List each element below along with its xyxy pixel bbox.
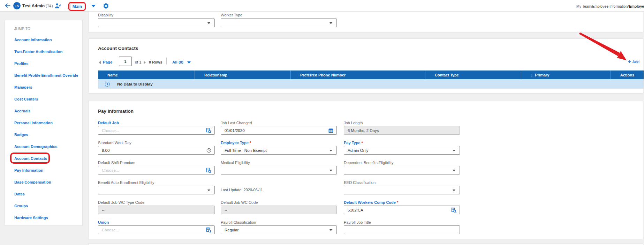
- page-number-input[interactable]: 1: [119, 57, 132, 66]
- sidebar-item-managers[interactable]: Managers: [14, 85, 32, 89]
- empty-table-row: i No Data to Display: [98, 79, 644, 89]
- dependent-benefits-eligibility-label: Dependent Benefits Eligibility: [344, 161, 393, 166]
- breadcrumb-path: My Team/Employee Information/: [576, 4, 629, 8]
- sidebar-item-account-demographics[interactable]: Account Demographics: [14, 144, 57, 149]
- lookup-icon[interactable]: [206, 227, 212, 234]
- page-of-label: of 1: [135, 60, 141, 64]
- employee-type-select[interactable]: Full Time - Non-Exempt: [221, 146, 337, 155]
- payroll-job-title-input[interactable]: [344, 225, 460, 234]
- add-button[interactable]: + Add: [628, 59, 639, 64]
- benefit-auto-enrollment-label: Benefit Auto-Enrollment Eligibility: [98, 180, 154, 186]
- benefit-auto-enrollment-select[interactable]: [98, 186, 215, 194]
- default-workers-comp-code-input[interactable]: 5102:CA: [344, 206, 460, 214]
- edit-profile-icon[interactable]: [55, 2, 61, 10]
- pay-type-select[interactable]: Admin Only: [344, 146, 460, 155]
- column-header-relationship[interactable]: Relationship: [195, 70, 291, 79]
- sidebar-item-base-compensation[interactable]: Base Compensation: [14, 180, 51, 184]
- lookup-icon[interactable]: [206, 168, 212, 174]
- row-count: 0 Rows: [149, 60, 162, 64]
- empty-message: No Data to Display: [117, 82, 153, 86]
- prev-page-icon[interactable]: [99, 61, 101, 64]
- medical-eligibility-label: Medical Eligibility: [221, 161, 250, 166]
- sidebar-item-groups[interactable]: Groups: [14, 204, 28, 208]
- chevron-down-icon: [329, 229, 332, 231]
- sidebar-item-accruals[interactable]: Accruals: [14, 109, 30, 113]
- plus-icon: +: [628, 59, 631, 64]
- chevron-down-icon: [453, 190, 455, 191]
- page-label: Page: [103, 60, 113, 64]
- chevron-down-icon[interactable]: [91, 5, 96, 7]
- gear-icon[interactable]: [103, 3, 109, 10]
- job-length-label: Job Length: [344, 121, 363, 126]
- pay-type-label[interactable]: Pay Type*: [344, 141, 363, 146]
- payroll-job-title-label: Payroll Job Title: [344, 220, 371, 225]
- chevron-down-icon: [207, 190, 210, 191]
- chevron-down-icon: [329, 150, 332, 151]
- sidebar-item-badges[interactable]: Badges: [14, 133, 28, 137]
- lookup-icon[interactable]: [451, 207, 457, 214]
- avatar[interactable]: TA: [13, 2, 21, 9]
- sort-desc-icon: ↓: [531, 73, 533, 77]
- disability-label: Disability: [98, 13, 113, 18]
- sidebar-item-cost-centers[interactable]: Cost Centers: [14, 97, 38, 101]
- worker-type-label: Worker Type: [221, 13, 242, 18]
- standard-work-day-input[interactable]: 8.00: [98, 146, 215, 155]
- default-job-input[interactable]: Choose...: [98, 126, 215, 135]
- back-icon[interactable]: [5, 3, 11, 10]
- column-header-preferred-phone-number[interactable]: Preferred Phone Number: [291, 70, 425, 79]
- last-update-note: Last Update: 2020-06-11: [221, 188, 263, 192]
- dependent-benefits-eligibility-select[interactable]: [344, 166, 460, 175]
- section-title: Pay Information: [98, 109, 134, 114]
- job-last-changed-input[interactable]: 01/01/2020: [221, 126, 337, 135]
- lookup-icon[interactable]: [206, 128, 212, 134]
- top-bar: TA Test Admin (TA) Main My Team/Employee…: [0, 0, 644, 12]
- sidebar-item-hardware-settings[interactable]: Hardware Settings: [14, 216, 48, 220]
- medical-eligibility-select[interactable]: [221, 166, 337, 175]
- pay-information-section: Pay Information Default Job Choose... Jo…: [88, 101, 643, 239]
- union-label[interactable]: Union: [98, 220, 109, 225]
- filter-selector[interactable]: All (0): [172, 60, 183, 64]
- union-input[interactable]: Choose...: [98, 225, 215, 234]
- sidebar-item-pay-information[interactable]: Pay Information: [14, 168, 43, 172]
- breadcrumb: My Team/Employee Information/Employee Pr: [576, 4, 644, 8]
- employee-type-label[interactable]: Employee Type*: [221, 141, 251, 146]
- main-tab-button[interactable]: Main: [70, 3, 84, 10]
- default-job-label[interactable]: Default Job: [98, 121, 119, 126]
- sidebar-item-profiles[interactable]: Profiles: [14, 61, 28, 66]
- eeo-classification-label: EEO Classification: [344, 180, 376, 186]
- next-page-icon[interactable]: [144, 61, 146, 64]
- clock-icon[interactable]: [206, 148, 212, 154]
- job-length-input: 6 Months, 2 Days: [344, 126, 460, 135]
- sidebar-item-dates[interactable]: Dates: [14, 192, 25, 196]
- sidebar-item-personal-information[interactable]: Personal Information: [14, 121, 53, 125]
- next-section-card: [88, 243, 643, 245]
- disability-select[interactable]: [98, 18, 215, 27]
- eeo-classification-select[interactable]: [344, 186, 460, 194]
- calendar-icon[interactable]: [328, 128, 334, 134]
- user-suffix: (TA): [46, 4, 53, 8]
- sidebar-item-account-contacts[interactable]: Account Contacts: [14, 156, 47, 161]
- chevron-down-icon[interactable]: [187, 61, 191, 64]
- chevron-down-icon: [453, 170, 455, 171]
- column-header-contact-type[interactable]: Contact Type: [425, 70, 521, 79]
- jump-to-sidebar: JUMP TO Account Information Two-Factor A…: [5, 20, 83, 225]
- default-job-wc-code-label: Default Job WC Code: [221, 200, 258, 206]
- sidebar-item-benefit-profile-enrollment-override[interactable]: Benefit Profile Enrollment Override: [14, 73, 78, 77]
- avatar-initials: TA: [15, 4, 19, 8]
- job-last-changed-label: Job Last Changed: [221, 121, 252, 126]
- standard-work-day-label: Standard Work Day: [98, 141, 131, 146]
- chevron-down-icon: [329, 170, 332, 171]
- user-name: Test Admin: [22, 3, 45, 8]
- jump-to-heading: JUMP TO: [14, 27, 30, 31]
- column-header-name[interactable]: Name: [98, 70, 195, 79]
- default-shift-premium-input[interactable]: Choose...: [98, 166, 215, 175]
- default-job-wc-type-code-input: --: [98, 206, 215, 214]
- sidebar-item-account-information[interactable]: Account Information: [14, 38, 52, 42]
- worker-type-select[interactable]: [221, 18, 337, 27]
- chevron-down-icon: [207, 22, 210, 24]
- default-workers-comp-code-label[interactable]: Default Workers Comp Code*: [344, 200, 398, 206]
- column-header-primary[interactable]: ↓Primary: [521, 70, 611, 79]
- sidebar-item-two-factor-authentication[interactable]: Two-Factor Authentication: [14, 50, 62, 54]
- chevron-down-icon: [453, 150, 455, 151]
- payroll-classification-select[interactable]: Regular: [221, 225, 337, 234]
